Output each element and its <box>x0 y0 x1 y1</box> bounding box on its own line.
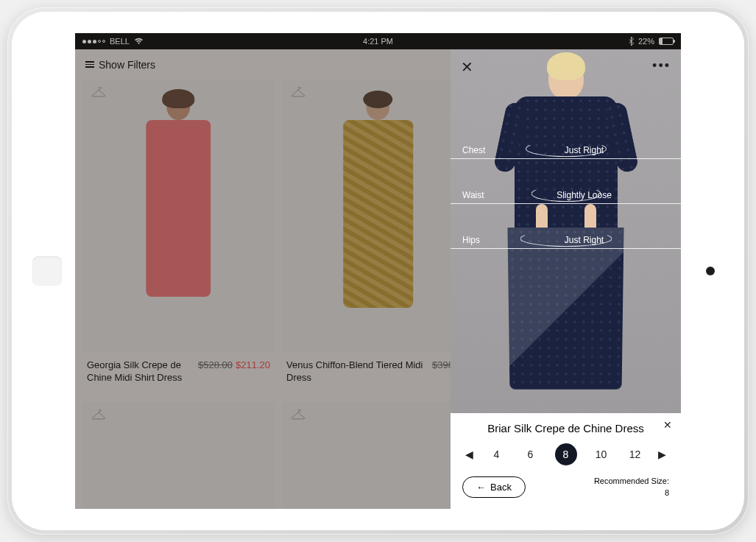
hanger-icon <box>291 409 305 420</box>
app-screen: BELL 4:21 PM 22% Show Filters Dresses / … <box>75 33 681 509</box>
product-image <box>82 402 275 509</box>
sheet-product-title: Briar Silk Crepe de Chine Dress <box>462 422 669 434</box>
fit-measurements: Chest Just Right Waist Slightly Loose Hi… <box>451 145 681 280</box>
size-next-arrow-icon[interactable]: ▶ <box>655 448 669 460</box>
hanger-icon <box>291 87 305 97</box>
product-image <box>82 80 275 352</box>
size-selector-sheet: ✕ Briar Silk Crepe de Chine Dress ◀ 4681… <box>451 413 681 509</box>
product-card[interactable] <box>82 402 275 509</box>
product-card[interactable]: Venus Chiffon-Blend Tiered Midi Dress $3… <box>282 80 474 392</box>
fit-row-chest: Chest Just Right <box>451 145 681 159</box>
product-image <box>282 402 474 509</box>
price-original: $528.00 <box>198 359 233 370</box>
fit-label: Hips <box>462 235 499 245</box>
product-card[interactable]: Georgia Silk Crepe de Chine Midi Shirt D… <box>82 80 275 392</box>
tablet-device-frame: BELL 4:21 PM 22% Show Filters Dresses / … <box>7 7 749 535</box>
product-name: Venus Chiffon-Blend Tiered Midi Dress <box>286 359 426 384</box>
product-name: Georgia Silk Crepe de Chine Midi Shirt D… <box>87 359 192 384</box>
size-option[interactable]: 6 <box>521 445 540 464</box>
carrier-label: BELL <box>110 37 130 46</box>
show-filters-button[interactable]: Show Filters <box>85 59 155 71</box>
back-label: Back <box>490 482 512 493</box>
size-prev-arrow-icon[interactable]: ◀ <box>462 448 476 460</box>
fit-label: Waist <box>462 190 499 200</box>
hanger-icon <box>91 87 106 97</box>
size-option[interactable]: 12 <box>626 445 645 464</box>
hanger-icon <box>91 409 106 420</box>
front-camera <box>706 267 715 275</box>
size-option[interactable]: 10 <box>592 445 611 464</box>
bluetooth-icon <box>629 37 634 46</box>
hamburger-icon <box>85 61 94 68</box>
product-prices: $528.00$211.20 <box>198 359 270 384</box>
size-option[interactable]: 4 <box>487 445 506 464</box>
price-sale: $211.20 <box>236 359 270 370</box>
rec-label: Recommended Size: <box>594 476 669 487</box>
filter-label: Show Filters <box>99 59 155 71</box>
more-options-icon[interactable]: ••• <box>652 58 671 76</box>
battery-icon <box>659 38 674 45</box>
wifi-icon <box>134 38 144 45</box>
fit-label: Chest <box>462 145 499 155</box>
home-button[interactable] <box>32 256 62 286</box>
status-time: 4:21 PM <box>363 37 393 46</box>
battery-percent: 22% <box>638 37 654 46</box>
recommended-size: Recommended Size: 8 <box>594 476 669 499</box>
close-icon[interactable]: ✕ <box>663 419 672 431</box>
back-button[interactable]: ← Back <box>462 476 526 498</box>
arrow-left-icon: ← <box>476 482 486 493</box>
rec-value: 8 <box>594 488 669 499</box>
product-image <box>282 80 474 352</box>
product-card[interactable] <box>282 402 474 509</box>
size-option[interactable]: 8 <box>555 443 577 465</box>
signal-dots-icon <box>82 40 105 43</box>
fit-row-hips: Hips Just Right <box>451 235 681 249</box>
size-row: ◀ 4681012 ▶ <box>462 443 669 465</box>
fit-panel: ✕ ••• Chest Just Right <box>451 49 681 509</box>
fit-row-waist: Waist Slightly Loose <box>451 190 681 204</box>
status-bar: BELL 4:21 PM 22% <box>75 33 681 49</box>
close-icon[interactable]: ✕ <box>461 58 473 76</box>
